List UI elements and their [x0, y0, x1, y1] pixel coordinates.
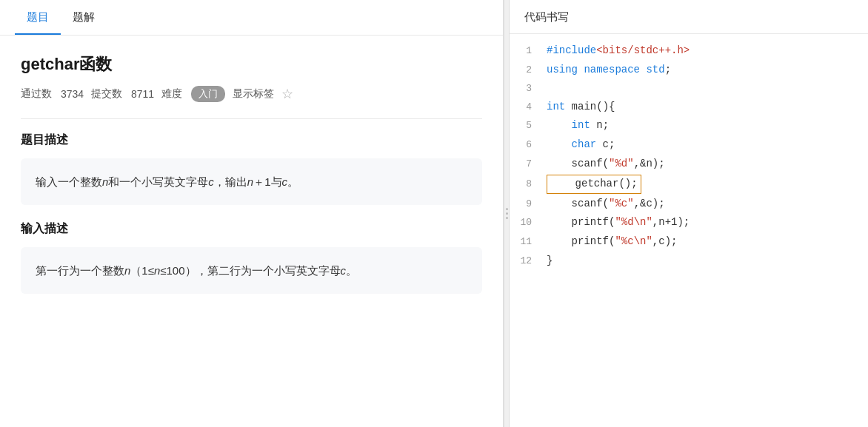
content-area: getchar函数 通过数 3734 提交数 8711 难度 入门 显示标签 ☆…	[0, 36, 503, 427]
code-area[interactable]: 1 #include<bits/stdc++.h> 2 using namesp…	[510, 34, 868, 427]
panel-separator	[504, 0, 510, 427]
line-num-7: 7	[510, 156, 547, 172]
section-input: 输入描述 第一行为一个整数n（1≤n≤100），第二行为一个小写英文字母c。	[21, 221, 482, 294]
line-code-11: printf("%c\n",c);	[547, 233, 677, 251]
code-line-2: 2 using namespace std;	[510, 61, 868, 80]
pass-label: 通过数	[21, 87, 52, 101]
dot-2	[506, 212, 508, 215]
code-line-3: 3	[510, 80, 868, 98]
code-line-5: 5 int n;	[510, 116, 868, 135]
right-panel: 代码书写 1 #include<bits/stdc++.h> 2 using n…	[510, 0, 868, 427]
difficulty-badge: 入门	[191, 86, 225, 102]
favorite-icon[interactable]: ☆	[281, 86, 293, 102]
line-code-5: int n;	[547, 117, 609, 135]
code-line-10: 10 printf("%d\n",n+1);	[510, 213, 868, 232]
section-desc-content: 输入一个整数n和一个小写英文字母c，输出n＋1与c。	[21, 158, 482, 205]
code-line-8: 8 getchar();	[510, 174, 868, 195]
line-num-8: 8	[510, 176, 547, 192]
line-num-9: 9	[510, 196, 547, 212]
line-code-9: scanf("%c",&c);	[547, 195, 665, 213]
line-num-4: 4	[510, 99, 547, 115]
line-code-1: #include<bits/stdc++.h>	[547, 42, 690, 60]
line-num-12: 12	[510, 253, 547, 269]
left-panel: 题目 题解 getchar函数 通过数 3734 提交数 8711 难度 入门 …	[0, 0, 504, 427]
code-line-7: 7 scanf("%d",&n);	[510, 155, 868, 174]
dot-1	[506, 208, 508, 210]
difficulty: 难度 入门	[161, 86, 225, 102]
line-num-11: 11	[510, 234, 547, 250]
submit-value: 8711	[131, 88, 154, 100]
line-code-2: using namespace std;	[547, 61, 671, 79]
code-line-11: 11 printf("%c\n",c);	[510, 232, 868, 252]
line-code-12: }	[547, 252, 552, 270]
pass-count: 通过数 3734	[21, 87, 84, 101]
divider-1	[21, 118, 482, 119]
line-code-4: int main(){	[547, 98, 615, 116]
line-num-3: 3	[510, 81, 547, 97]
line-num-10: 10	[510, 215, 547, 231]
submit-label: 提交数	[91, 87, 122, 101]
pass-value: 3734	[61, 88, 84, 100]
difficulty-label: 难度	[161, 87, 182, 101]
code-line-6: 6 char c;	[510, 135, 868, 155]
line-code-6: char c;	[547, 136, 615, 154]
code-line-1: 1 #include<bits/stdc++.h>	[510, 41, 868, 61]
separator-dots	[506, 208, 508, 219]
section-desc-title: 题目描述	[21, 132, 482, 148]
line-code-10: printf("%d\n",n+1);	[547, 214, 690, 232]
code-line-4: 4 int main(){	[510, 98, 868, 117]
submit-count: 提交数 8711	[91, 87, 154, 101]
section-input-content: 第一行为一个整数n（1≤n≤100），第二行为一个小写英文字母c。	[21, 247, 482, 294]
tab-solution[interactable]: 题解	[61, 0, 107, 35]
section-input-title: 输入描述	[21, 221, 482, 237]
code-line-9: 9 scanf("%c",&c);	[510, 195, 868, 214]
problem-meta: 通过数 3734 提交数 8711 难度 入门 显示标签 ☆	[21, 86, 482, 102]
tab-problem[interactable]: 题目	[15, 0, 61, 35]
line-num-1: 1	[510, 43, 547, 59]
right-header: 代码书写	[510, 0, 868, 34]
line-num-5: 5	[510, 118, 547, 134]
line-num-2: 2	[510, 62, 547, 78]
problem-title: getchar函数	[21, 53, 482, 75]
dot-3	[506, 217, 508, 219]
line-num-6: 6	[510, 137, 547, 153]
line-code-8: getchar();	[547, 175, 641, 194]
section-description: 题目描述 输入一个整数n和一个小写英文字母c，输出n＋1与c。	[21, 132, 482, 205]
tab-bar: 题目 题解	[0, 0, 503, 36]
line-code-7: scanf("%d",&n);	[547, 155, 665, 173]
code-line-12: 12 }	[510, 252, 868, 271]
show-tags-button[interactable]: 显示标签	[233, 87, 274, 101]
